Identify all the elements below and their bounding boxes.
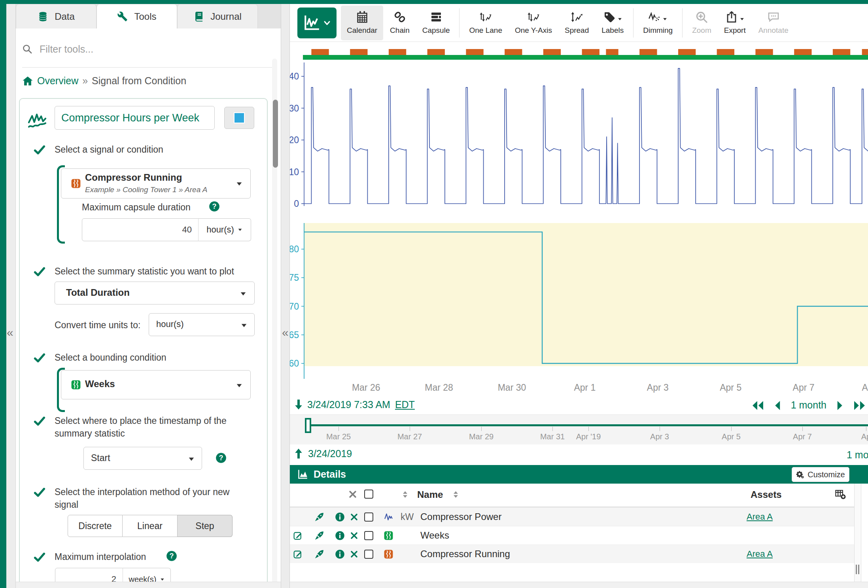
edit-icon[interactable] (293, 549, 303, 559)
name-column-header[interactable]: Name (417, 489, 443, 500)
splitter-grip[interactable] (856, 565, 857, 574)
svg-text:Apr 1: Apr 1 (574, 382, 596, 393)
view-mode-button[interactable] (297, 8, 337, 38)
tab-tools[interactable]: Tools (96, 4, 177, 28)
collapse-left-icon[interactable]: « (7, 327, 13, 338)
step-forward-full-icon[interactable] (853, 401, 866, 410)
sidebar-tabs: Data Tools Journal (16, 4, 281, 28)
area-chart-icon (297, 469, 308, 480)
investigate-duration[interactable]: 1 month (847, 449, 868, 461)
step-back-full-icon[interactable] (752, 401, 764, 410)
row-checkbox[interactable] (364, 550, 373, 559)
color-picker-button[interactable] (224, 107, 254, 129)
rocket-icon[interactable] (314, 549, 324, 559)
toolbar-capsule-button[interactable]: Capsule (416, 6, 456, 40)
compressor-running-capsule (794, 49, 811, 55)
toolbar-spread-button[interactable]: Spread (559, 6, 595, 40)
remove-icon[interactable] (350, 531, 358, 540)
toolbar-one-y-axis-button[interactable]: One Y-Axis (509, 6, 558, 40)
compressor-running-capsule (606, 49, 618, 55)
display-range-start[interactable]: 3/24/2019 7:33 AM EDT (295, 399, 415, 410)
add-column-icon[interactable] (835, 489, 846, 500)
toolbar-export-button[interactable]: Export (718, 6, 752, 40)
info-icon[interactable] (335, 549, 345, 559)
help-icon[interactable]: ? (166, 550, 177, 562)
max-capsule-unit-select[interactable]: hour(s) (198, 218, 251, 241)
row-name[interactable]: Compressor Running (420, 548, 510, 560)
help-icon[interactable]: ? (216, 452, 227, 463)
interp-step-button[interactable]: Step (178, 515, 233, 537)
panel-divider[interactable]: « (281, 4, 290, 588)
investigate-start-label[interactable]: 3/24/2019 (308, 448, 352, 459)
toolbar-chain-button[interactable]: Chain (384, 6, 416, 40)
toolbar-labels-button[interactable]: Labels (596, 6, 630, 40)
timezone-link[interactable]: EDT (395, 399, 415, 410)
row-checkbox[interactable] (364, 531, 373, 540)
edit-icon[interactable] (293, 531, 303, 541)
customize-button[interactable]: Customize (792, 467, 849, 482)
interp-discrete-button[interactable]: Discrete (68, 515, 123, 537)
trend-toolbar: CalendarChainCapsuleOne LaneOne Y-AxisSp… (290, 4, 868, 42)
select-all-checkbox[interactable] (364, 490, 373, 499)
display-range-duration[interactable]: 1 month (791, 399, 826, 411)
left-collapse-gutter[interactable]: « (6, 4, 16, 588)
rocket-icon[interactable] (314, 512, 324, 522)
home-icon[interactable] (22, 76, 33, 87)
row-asset-link[interactable]: Area A (736, 512, 783, 522)
capsule-chip-icon (71, 380, 81, 390)
max-capsule-value-input[interactable] (82, 218, 199, 241)
collapse-sidebar-icon[interactable]: « (282, 327, 289, 338)
sort-icon[interactable] (401, 491, 409, 498)
remove-icon[interactable] (350, 550, 358, 558)
remove-icon[interactable] (350, 513, 358, 521)
filter-tools-input[interactable] (40, 43, 253, 55)
timebar-left-handle[interactable] (305, 418, 311, 433)
row-checkbox[interactable] (364, 512, 373, 522)
signal-select-value: Compressor Running (85, 172, 182, 183)
timebar[interactable]: Mar 25Mar 27Mar 29Mar 31Apr '19Apr 3Apr … (290, 414, 868, 444)
sidebar-scrollbar-thumb[interactable] (273, 100, 278, 168)
details-scrollbar[interactable] (854, 484, 861, 588)
breadcrumb-overview[interactable]: Overview (37, 75, 78, 87)
sort-icon[interactable] (452, 491, 460, 498)
trend-chart[interactable]: 0102030406065707580Mar 26Mar 28Mar 30Apr… (290, 42, 868, 396)
chevron-down-icon (323, 19, 331, 27)
tab-data-label: Data (55, 11, 75, 22)
info-icon[interactable] (335, 531, 345, 541)
row-asset-link[interactable]: Area A (736, 549, 783, 559)
signal-select-path: Example » Cooling Tower 1 » Area A (85, 185, 207, 194)
timebar-tick (731, 427, 732, 431)
timestamp-select[interactable]: Start (83, 447, 202, 470)
tab-data[interactable]: Data (16, 4, 96, 28)
timebar-tick (802, 427, 803, 431)
interp-linear-button[interactable]: Linear (123, 515, 178, 537)
signal-select-dropdown[interactable]: Compressor Running Example » Cooling Tow… (61, 168, 251, 199)
tab-journal[interactable]: Journal (177, 4, 258, 28)
wrench-icon (117, 11, 128, 22)
result-name-input[interactable] (55, 106, 215, 130)
toolbar-dimming-button[interactable]: Dimming (637, 6, 679, 40)
stat-value: Total Duration (66, 287, 130, 298)
investigate-range-start[interactable]: 3/24/2019 (295, 448, 352, 459)
toolbar-calendar-button[interactable]: Calendar (341, 6, 383, 40)
assets-column-header[interactable]: Assets (751, 489, 782, 500)
color-swatch (234, 112, 245, 123)
step-back-icon[interactable] (774, 401, 781, 410)
info-icon[interactable] (335, 512, 345, 522)
stat-dropdown[interactable]: Total Duration (55, 282, 255, 304)
convert-units-select[interactable]: hour(s) (149, 313, 255, 336)
chevron-down-icon (239, 290, 247, 298)
row-name[interactable]: Weeks (420, 530, 449, 541)
splitter-grip[interactable] (858, 565, 859, 574)
timebar-tick (339, 427, 339, 431)
bounding-dropdown[interactable]: Weeks (61, 370, 251, 399)
step-forward-icon[interactable] (837, 401, 843, 410)
row-name[interactable]: Compressor Power (420, 511, 501, 522)
compressor-running-capsule (350, 49, 367, 55)
rocket-icon[interactable] (314, 531, 324, 541)
toolbar-one-lane-button[interactable]: One Lane (463, 6, 508, 40)
display-range-start-label[interactable]: 3/24/2019 7:33 AM (307, 399, 390, 410)
help-icon[interactable]: ? (209, 201, 220, 212)
max-capsule-label: Maximum capsule duration (82, 201, 191, 214)
timebar-label: Ap (861, 432, 868, 441)
